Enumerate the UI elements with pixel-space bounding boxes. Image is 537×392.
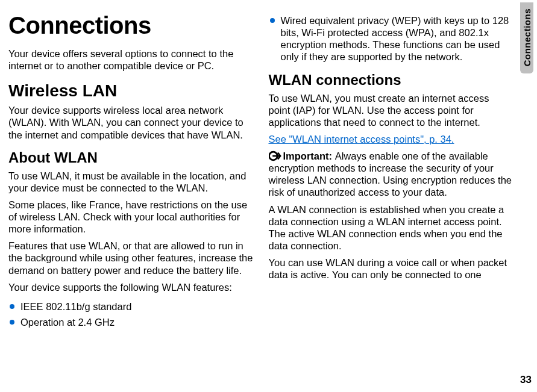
wlan-iap-link[interactable]: See "WLAN internet access points", p. 34…	[269, 133, 513, 145]
about-wlan-p4: Your device supports the following WLAN …	[8, 281, 253, 293]
wlan-features-right: Wired equivalent privacy (WEP) with keys…	[269, 14, 513, 67]
page-title: Connections	[8, 12, 253, 39]
content-columns: Connections Your device offers several o…	[5, 12, 513, 382]
important-block: Important: Always enable one of the avai…	[269, 150, 513, 199]
heading-about-wlan: About WLAN	[8, 149, 253, 166]
page-number: 33	[520, 374, 532, 386]
about-wlan-p1: To use WLAN, it must be available in the…	[8, 170, 253, 194]
list-item: Operation at 2.4 GHz	[8, 316, 253, 328]
side-tab: Connections	[520, 2, 533, 73]
heading-wireless-lan: Wireless LAN	[8, 81, 253, 101]
column-right: Wired equivalent privacy (WEP) with keys…	[266, 12, 513, 382]
heading-wlan-connections: WLAN connections	[269, 72, 513, 89]
important-icon	[269, 150, 282, 162]
wlan-conn-p3: You can use WLAN during a voice call or …	[269, 257, 513, 281]
feature-text: IEEE 802.11b/g standard	[20, 301, 131, 312]
list-item: IEEE 802.11b/g standard	[8, 300, 253, 313]
side-tab-label: Connections	[522, 8, 532, 66]
feature-text: Operation at 2.4 GHz	[20, 317, 115, 328]
about-wlan-p3: Features that use WLAN, or that are allo…	[8, 240, 253, 276]
wlan-features-left: IEEE 802.11b/g standard Operation at 2.4…	[8, 300, 253, 332]
wireless-lan-text: Your device supports wireless local area…	[8, 104, 253, 140]
wlan-conn-p2: A WLAN connection is established when yo…	[269, 204, 513, 252]
feature-text: Wired equivalent privacy (WEP) with keys…	[281, 15, 509, 62]
list-item: Wired equivalent privacy (WEP) with keys…	[269, 14, 513, 63]
intro-text: Your device offers several options to co…	[8, 48, 253, 72]
about-wlan-p2: Some places, like France, have restricti…	[8, 199, 253, 235]
page-container: Connections Connections Your device offe…	[0, 0, 537, 392]
column-left: Connections Your device offers several o…	[5, 12, 256, 382]
important-label: Important:	[283, 151, 335, 161]
wlan-conn-p1: To use WLAN, you must create an internet…	[269, 92, 513, 128]
